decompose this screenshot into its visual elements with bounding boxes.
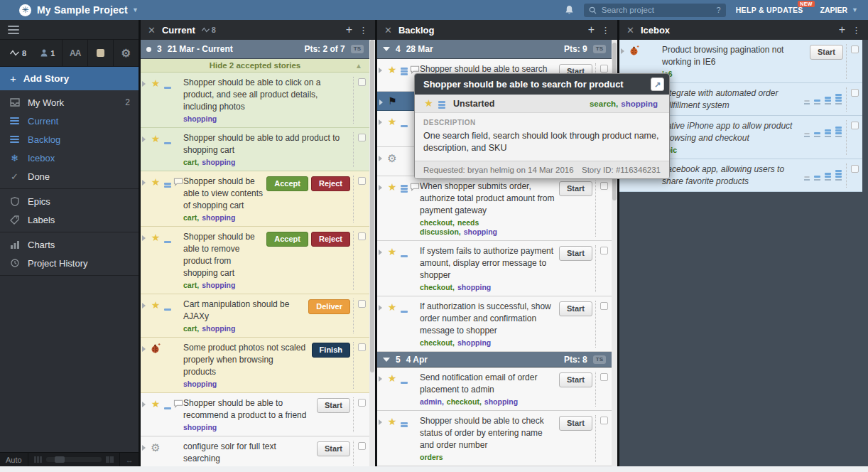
story-label[interactable]: shopping — [183, 114, 217, 123]
story-checkbox[interactable] — [353, 299, 367, 333]
sidebar-item-project-history[interactable]: Project History — [0, 254, 139, 272]
estimate-2-button[interactable] — [825, 173, 831, 181]
start-button[interactable]: Start — [810, 45, 843, 60]
estimate-widget[interactable] — [804, 120, 846, 137]
story-row[interactable]: ★ Shopper should be able to remove produ… — [141, 227, 369, 294]
estimate-3-button[interactable] — [835, 170, 842, 181]
deliver-button[interactable]: Deliver — [308, 299, 350, 314]
story-checkbox[interactable] — [353, 77, 367, 124]
expander-icon[interactable] — [142, 134, 148, 142]
add-story-icon[interactable]: + — [839, 23, 845, 36]
estimate-3-button[interactable] — [835, 127, 842, 137]
account-menu[interactable]: ZAPIER ▼ — [820, 6, 858, 14]
width-slider-track[interactable] — [46, 457, 102, 462]
notifications-bell-icon[interactable] — [565, 5, 574, 15]
expander-icon[interactable] — [142, 399, 148, 407]
expander-icon[interactable] — [379, 247, 385, 255]
iteration-header[interactable]: 4 28 Mar Pts: 9 TS — [377, 40, 612, 59]
hamburger-menu-icon[interactable] — [8, 23, 19, 36]
hide-accepted-bar[interactable]: Hide 2 accepted stories ▲ — [141, 59, 369, 73]
close-panel-icon[interactable]: ✕ — [626, 25, 634, 36]
iteration-header[interactable]: 3 21 Mar - Current Pts: 2 of 7 TS — [141, 40, 369, 59]
panel-menu-icon[interactable]: ⋮ — [852, 25, 861, 36]
story-checkbox[interactable] — [846, 44, 860, 79]
story-label[interactable]: cart, — [183, 324, 199, 333]
start-button[interactable]: Start — [559, 181, 592, 196]
add-story-button[interactable]: + Add Story — [0, 67, 139, 90]
story-row[interactable]: Some product photos not scaled properly … — [141, 338, 369, 393]
story-label[interactable]: shopping — [464, 227, 497, 236]
start-button[interactable]: Start — [559, 372, 592, 387]
close-panel-icon[interactable]: ✕ — [148, 25, 156, 36]
story-checkbox[interactable] — [353, 397, 367, 432]
start-button[interactable]: Start — [559, 416, 592, 431]
estimate-2-button[interactable] — [825, 129, 831, 137]
sidebar-item-icebox[interactable]: ❄ Icebox — [0, 149, 139, 167]
velocity-indicator[interactable]: 8 — [3, 49, 33, 58]
expand-story-button[interactable]: ↗ — [651, 77, 664, 91]
story-checkbox[interactable] — [353, 176, 367, 222]
story-checkbox[interactable] — [353, 132, 367, 167]
expander-icon[interactable] — [379, 117, 385, 125]
iteration-header[interactable]: 5 4 Apr Pts: 8 TS — [377, 352, 612, 368]
story-row[interactable]: ★ Shopper should be able to view content… — [141, 171, 369, 227]
story-checkbox[interactable] — [353, 342, 367, 389]
project-dropdown-caret-icon[interactable]: ▼ — [132, 6, 139, 14]
story-row[interactable]: ★ Shopper should be able to add product … — [141, 128, 369, 171]
panel-menu-icon[interactable]: ⋮ — [601, 25, 610, 36]
accept-button[interactable]: Accept — [266, 176, 308, 191]
story-row[interactable]: ★ Shopper should be able to check status… — [377, 411, 612, 466]
story-label[interactable]: shopping — [202, 158, 235, 166]
estimate-1-button[interactable] — [814, 100, 820, 104]
story-row[interactable]: ★ When shopper submits order, authorize … — [377, 176, 612, 241]
story-label[interactable]: checkout, — [420, 338, 455, 347]
story-row[interactable]: ★ Send notification email of order place… — [377, 368, 612, 411]
panel-size-slider[interactable] — [28, 453, 120, 466]
sidebar-item-backlog[interactable]: Backlog — [0, 130, 139, 149]
auto-width-button[interactable]: Auto — [0, 453, 28, 466]
points-toggle-badge[interactable]: TS — [593, 45, 606, 53]
expander-icon[interactable] — [142, 300, 148, 309]
story-label[interactable]: shopping — [202, 324, 235, 333]
story-label[interactable]: shopping — [183, 380, 217, 388]
story-label[interactable]: orders — [420, 453, 443, 461]
estimate-2-button[interactable] — [825, 97, 831, 104]
story-label[interactable]: shopping — [457, 338, 491, 347]
story-label[interactable]: shopping — [457, 283, 491, 291]
members-indicator[interactable]: 1 — [33, 49, 62, 58]
story-label[interactable]: cart, — [183, 281, 199, 289]
sidebar-item-done[interactable]: ✓ Done — [0, 167, 139, 186]
story-checkbox[interactable] — [595, 415, 609, 462]
close-panel-icon[interactable]: ✕ — [384, 25, 392, 36]
story-label[interactable]: shopping — [621, 100, 658, 108]
story-label[interactable]: shopping — [183, 423, 217, 431]
story-checkbox[interactable] — [353, 231, 367, 290]
story-label[interactable]: admin, — [420, 397, 444, 406]
density-toggle[interactable] — [87, 40, 113, 66]
story-label[interactable]: shopping — [202, 213, 235, 222]
story-checkbox[interactable] — [595, 301, 609, 348]
points-toggle-badge[interactable]: TS — [593, 355, 606, 364]
project-title[interactable]: My Sample Project — [37, 4, 128, 16]
font-size-toggle[interactable]: AA — [62, 40, 87, 66]
estimate-1-button[interactable] — [814, 176, 820, 181]
expander-icon[interactable] — [379, 417, 385, 425]
story-checkbox[interactable] — [353, 441, 367, 466]
expander-icon[interactable] — [621, 45, 627, 54]
help-updates-link[interactable]: HELP & UPDATES NEW — [736, 6, 803, 14]
start-button[interactable]: Start — [559, 246, 592, 261]
add-story-icon[interactable]: + — [346, 23, 352, 36]
estimate-0-button[interactable] — [804, 133, 810, 137]
expander-icon[interactable] — [379, 302, 385, 311]
story-label[interactable]: cart, — [183, 158, 199, 166]
sidebar-item-current[interactable]: Current — [0, 112, 139, 130]
reject-button[interactable]: Reject — [311, 176, 350, 191]
accept-button[interactable]: Accept — [266, 232, 308, 247]
expander-icon[interactable] — [142, 177, 148, 186]
scrollbar-thumb[interactable] — [370, 40, 374, 372]
story-label[interactable]: search, — [590, 100, 618, 108]
story-row[interactable]: ★ Cart manipulation should be AJAXy cart… — [141, 294, 369, 338]
estimate-widget[interactable] — [804, 87, 846, 104]
estimate-widget[interactable] — [804, 163, 846, 181]
estimate-1-button[interactable] — [814, 132, 820, 137]
